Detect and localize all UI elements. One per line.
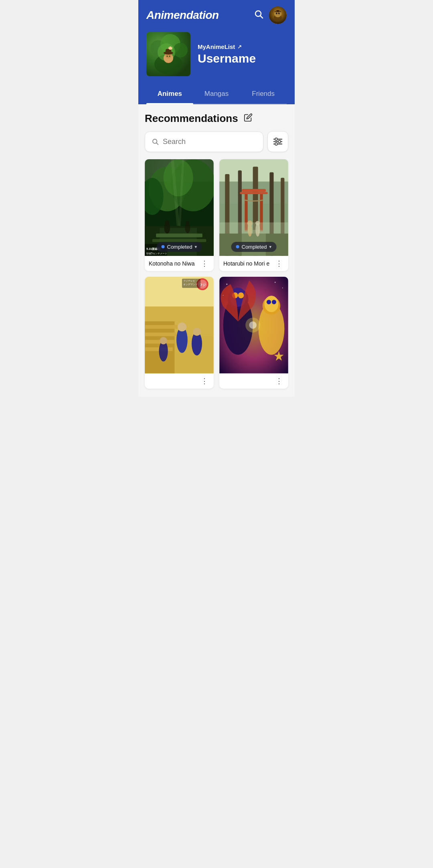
- poster3-svg: フジ フジテレビ オンデマンド: [145, 277, 214, 373]
- anime-card-1[interactable]: 5.31新緑の 秒速5センチメート Completed ▾ Kotonoha n…: [145, 159, 214, 271]
- more-options-1[interactable]: ⋮: [198, 259, 210, 268]
- svg-point-90: [193, 328, 201, 336]
- search-icon: [254, 9, 263, 19]
- svg-point-22: [169, 56, 170, 57]
- svg-rect-83: [145, 340, 174, 343]
- filter-icon: [273, 138, 283, 146]
- title-regular: Ani: [146, 9, 164, 21]
- svg-rect-10: [276, 10, 279, 12]
- anime-title-1: Kotonoha no Niwa: [149, 260, 198, 267]
- svg-rect-53: [145, 159, 213, 256]
- svg-point-9: [279, 13, 279, 14]
- svg-point-27: [171, 47, 172, 47]
- anime-info-1: Kotonoha no Niwa ⋮: [145, 256, 214, 271]
- anime-title-2: Hotarubi no Mori e: [223, 260, 273, 267]
- svg-rect-76: [219, 159, 288, 256]
- svg-point-103: [238, 292, 244, 298]
- filter-button[interactable]: [267, 131, 288, 152]
- header-icons: [254, 6, 287, 24]
- tab-animes[interactable]: Animes: [146, 84, 193, 103]
- more-options-4[interactable]: ⋮: [273, 377, 285, 385]
- status-badge-1[interactable]: Completed ▾: [157, 242, 202, 252]
- search-bar-container[interactable]: [145, 132, 263, 152]
- external-link-icon: ↗: [237, 44, 242, 50]
- mal-label: MyAnimeList: [198, 43, 235, 50]
- svg-point-111: [226, 284, 227, 285]
- search-button[interactable]: [254, 9, 263, 21]
- svg-point-25: [171, 47, 172, 48]
- search-input[interactable]: [163, 138, 257, 146]
- svg-point-114: [223, 295, 224, 296]
- svg-point-15: [173, 43, 188, 57]
- svg-point-112: [282, 288, 283, 288]
- svg-point-108: [272, 300, 276, 304]
- svg-point-26: [169, 47, 170, 47]
- search-bar-icon: [152, 138, 159, 146]
- profile-info: MyAnimeList ↗ Username: [198, 43, 256, 65]
- svg-point-35: [275, 143, 277, 145]
- anime-poster-4: [219, 277, 288, 373]
- avatar-image: [269, 6, 287, 24]
- mal-link[interactable]: MyAnimeList ↗: [198, 43, 256, 50]
- tab-mangas[interactable]: Mangas: [193, 84, 240, 103]
- status-badge-2[interactable]: Completed ▾: [231, 242, 277, 252]
- poster-bg-1: 5.31新緑の 秒速5センチメート: [145, 159, 214, 256]
- svg-point-86: [178, 322, 186, 331]
- svg-rect-82: [145, 333, 176, 336]
- username-display: Username: [198, 52, 256, 65]
- svg-point-24: [169, 47, 170, 48]
- profile-image-svg: [146, 32, 190, 76]
- status-text-2: Completed: [242, 244, 267, 250]
- svg-point-88: [160, 337, 167, 345]
- profile-image[interactable]: [146, 32, 190, 76]
- svg-rect-84: [145, 347, 172, 351]
- main-content: Recommendations: [138, 104, 295, 397]
- svg-text:フジテレビ: フジテレビ: [183, 280, 196, 282]
- status-dot-1: [162, 245, 165, 248]
- svg-text:オンデマンド: オンデマンド: [183, 283, 198, 286]
- anime-info-2: Hotarubi no Mori e ⋮: [219, 256, 288, 271]
- svg-point-8: [277, 13, 277, 14]
- svg-line-1: [261, 16, 263, 18]
- more-options-2[interactable]: ⋮: [273, 259, 285, 268]
- title-italic: mendation: [164, 9, 219, 21]
- poster4-svg: [219, 277, 288, 373]
- search-row: [145, 131, 288, 152]
- anime-info-4: ⋮: [219, 373, 288, 389]
- avatar[interactable]: [269, 6, 287, 24]
- kotonoha-poster: 5.31新緑の 秒速5センチメート: [145, 159, 214, 256]
- anime-card-2[interactable]: Completed ▾ Hotarubi no Mori e ⋮: [219, 159, 288, 271]
- tabs: Animes Mangas Friends: [146, 84, 287, 104]
- anime-card-4[interactable]: ⋮: [219, 277, 288, 389]
- edit-icon: [244, 113, 253, 122]
- poster-bg-4: [219, 277, 288, 373]
- svg-point-33: [278, 140, 281, 143]
- anime-poster-3: フジ フジテレビ オンデマンド: [145, 277, 214, 373]
- header-top: Animendation: [146, 6, 287, 24]
- status-dot-2: [236, 245, 239, 248]
- hotarubi-poster: [219, 159, 288, 256]
- poster-bg-2: [219, 159, 288, 256]
- profile-section: MyAnimeList ↗ Username: [146, 32, 287, 84]
- svg-line-29: [156, 143, 158, 144]
- edit-recommendations-button[interactable]: [243, 112, 253, 125]
- svg-point-31: [275, 138, 277, 140]
- svg-point-106: [264, 296, 278, 312]
- recommendations-title: Recommendations: [145, 112, 238, 125]
- svg-rect-81: [145, 325, 178, 329]
- anime-info-3: ⋮: [145, 373, 214, 389]
- svg-text:秒速5センチメート: 秒速5センチメート: [146, 252, 167, 255]
- svg-point-110: [249, 321, 257, 329]
- anime-card-3[interactable]: フジ フジテレビ オンデマンド ⋮: [145, 277, 214, 389]
- status-chevron-2: ▾: [269, 244, 271, 249]
- status-text-1: Completed: [167, 244, 192, 250]
- svg-point-107: [267, 300, 271, 304]
- poster-bg-3: フジ フジテレビ オンデマンド: [145, 277, 214, 373]
- section-header: Recommendations: [145, 112, 288, 125]
- tab-friends[interactable]: Friends: [240, 84, 287, 103]
- status-chevron-1: ▾: [194, 244, 197, 249]
- header: Animendation: [138, 0, 295, 104]
- more-options-3[interactable]: ⋮: [198, 377, 210, 385]
- svg-point-21: [167, 56, 168, 57]
- svg-point-23: [168, 47, 172, 50]
